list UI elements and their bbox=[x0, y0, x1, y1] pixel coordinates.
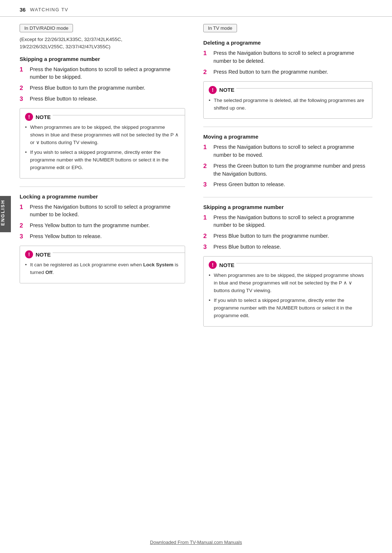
skip-step-2-left: 2 Press Blue button to turn the programm… bbox=[20, 84, 185, 92]
sidebar-english-label: ENGLISH bbox=[0, 196, 11, 232]
lock-steps: 1 Press the Navigation buttons to scroll… bbox=[20, 203, 185, 241]
skip-step-3-right: 3 Press Blue button to release. bbox=[203, 243, 372, 251]
skip-right-note-line-decor bbox=[236, 263, 372, 263]
delete-note-title-row: ! NOTE bbox=[209, 86, 367, 94]
lock-note-content: It can be registered as Lock programme e… bbox=[25, 261, 180, 276]
tv-mode-badge: In TV mode bbox=[203, 24, 237, 32]
delete-note-icon: ! bbox=[209, 86, 217, 94]
divider-right-1 bbox=[203, 127, 372, 127]
delete-heading: Deleting a programme bbox=[203, 40, 372, 46]
delete-note-box: ! NOTE The selected programme is deleted… bbox=[203, 81, 372, 119]
skip-right-note-content: When programmes are to be skipped, the s… bbox=[209, 272, 367, 320]
delete-note-label: NOTE bbox=[219, 87, 234, 93]
main-content: In DTV/RADIO mode (Except for 22/26/32LK… bbox=[0, 17, 392, 332]
footer-link[interactable]: Downloaded From TV-Manual.com Manuals bbox=[150, 540, 242, 545]
right-column: In TV mode Deleting a programme 1 Press … bbox=[196, 17, 372, 332]
footer: Downloaded From TV-Manual.com Manuals bbox=[20, 539, 372, 545]
note-bullet-1: When programmes are to be skipped, the s… bbox=[25, 124, 180, 147]
skip-step-1-right: 1 Press the Navigation buttons to scroll… bbox=[203, 214, 372, 230]
delete-note-content: The selected programme is deleted, all t… bbox=[209, 97, 367, 112]
lock-step-1: 1 Press the Navigation buttons to scroll… bbox=[20, 203, 185, 219]
lock-step-2: 2 Press Yellow button to turn the progra… bbox=[20, 222, 185, 230]
page-number: 36 bbox=[20, 7, 26, 13]
lock-note-label: NOTE bbox=[36, 251, 51, 258]
move-heading: Moving a programme bbox=[203, 134, 372, 140]
lock-note-bullet-1: It can be registered as Lock programme e… bbox=[25, 261, 180, 276]
skip-right-note-bullet-1: When programmes are to be skipped, the s… bbox=[209, 272, 367, 295]
delete-step-2: 2 Press Red button to turn the programme… bbox=[203, 68, 372, 76]
lock-step-3: 3 Press Yellow button to release. bbox=[20, 233, 185, 241]
skip-note-box-right: ! NOTE When programmes are to be skipped… bbox=[203, 256, 372, 327]
divider-left bbox=[20, 187, 185, 187]
skip-steps-right: 1 Press the Navigation buttons to scroll… bbox=[203, 214, 372, 251]
skip-step-2-right: 2 Press Blue button to turn the programm… bbox=[203, 232, 372, 240]
skip-right-note-title-row: ! NOTE bbox=[209, 261, 367, 269]
delete-note-bullet-1: The selected programme is deleted, all t… bbox=[209, 97, 367, 112]
lock-note-title-row: ! NOTE bbox=[25, 250, 180, 258]
lock-note-line-decor bbox=[53, 253, 185, 253]
divider-right-2 bbox=[203, 197, 372, 197]
page: 36 WATCHING TV ENGLISH In DTV/RADIO mode… bbox=[0, 0, 392, 553]
move-step-1: 1 Press the Navigation buttons to scroll… bbox=[203, 143, 372, 159]
skip-right-note-bullet-2: If you wish to select a skipped programm… bbox=[209, 297, 367, 320]
note-bullet-2: If you wish to select a skipped programm… bbox=[25, 149, 180, 172]
delete-note-line-decor bbox=[236, 88, 372, 89]
note-label: NOTE bbox=[36, 114, 51, 120]
skip-right-note-label: NOTE bbox=[219, 262, 234, 268]
skip-note-content-left: When programmes are to be skipped, the s… bbox=[25, 124, 180, 172]
move-step-3: 3 Press Green button to release. bbox=[203, 181, 372, 189]
note-line-decor bbox=[53, 115, 185, 115]
dtv-radio-mode-badge: In DTV/RADIO mode bbox=[20, 24, 73, 32]
skip-heading-right: Skipping a programme number bbox=[203, 204, 372, 210]
delete-steps: 1 Press the Navigation buttons to scroll… bbox=[203, 49, 372, 76]
note-title-row: ! NOTE bbox=[25, 113, 180, 121]
skip-heading-left: Skipping a programme number bbox=[20, 56, 185, 62]
move-steps: 1 Press the Navigation buttons to scroll… bbox=[203, 143, 372, 189]
move-step-2: 2 Press the Green button to turn the pro… bbox=[203, 162, 372, 178]
lock-note-box: ! NOTE It can be registered as Lock prog… bbox=[20, 246, 185, 283]
skip-steps-left: 1 Press the Navigation buttons to scroll… bbox=[20, 66, 185, 103]
lock-heading: Locking a programme number bbox=[20, 193, 185, 200]
section-title: WATCHING TV bbox=[30, 7, 69, 12]
skip-note-box-left: ! NOTE When programmes are to be skipped… bbox=[20, 108, 185, 179]
skip-step-1-left: 1 Press the Navigation buttons to scroll… bbox=[20, 66, 185, 82]
except-text: (Except for 22/26/32LK335C, 32/37/42LK45… bbox=[20, 36, 185, 51]
delete-step-1: 1 Press the Navigation buttons to scroll… bbox=[203, 49, 372, 65]
lock-note-icon: ! bbox=[25, 250, 33, 258]
top-header: 36 WATCHING TV bbox=[0, 0, 392, 17]
left-column: In DTV/RADIO mode (Except for 22/26/32LK… bbox=[20, 17, 196, 332]
skip-step-3-left: 3 Press Blue button to release. bbox=[20, 95, 185, 103]
note-icon: ! bbox=[25, 113, 33, 121]
skip-right-note-icon: ! bbox=[209, 261, 217, 269]
